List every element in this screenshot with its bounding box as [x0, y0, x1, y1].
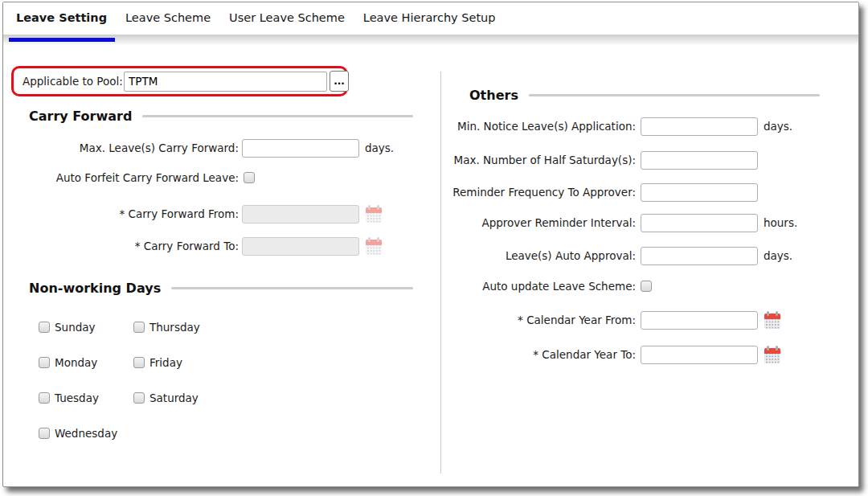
auto-forfeit-label: Auto Forfeit Carry Forward Leave:: [14, 171, 239, 184]
auto-forfeit-row: Auto Forfeit Carry Forward Leave:: [14, 168, 436, 187]
auto-update-label: Auto update Leave Scheme:: [447, 280, 636, 293]
applicable-to-pool-input[interactable]: [124, 72, 327, 92]
friday-label: Friday: [149, 356, 182, 369]
tab-leave-scheme[interactable]: Leave Scheme: [125, 11, 211, 35]
friday-checkbox[interactable]: [133, 357, 145, 368]
calendar-icon: [366, 205, 382, 223]
wednesday-label: Wednesday: [55, 427, 117, 440]
days-suffix: days.: [764, 249, 792, 262]
auto-approval-label: Leave(s) Auto Approval:: [447, 249, 636, 262]
reminder-frequency-label: Reminder Frequency To Approver:: [447, 186, 636, 199]
calendar-icon[interactable]: [764, 346, 780, 363]
section-rule: [142, 115, 413, 117]
carry-forward-from-input: [242, 205, 359, 223]
min-notice-input[interactable]: [641, 117, 758, 136]
day-item-tuesday: Tuesday: [39, 391, 133, 404]
tab-user-leave-scheme[interactable]: User Leave Scheme: [229, 11, 345, 35]
hours-suffix: hours.: [764, 216, 797, 229]
auto-forfeit-checkbox[interactable]: [244, 172, 255, 183]
non-working-days-grid: Sunday Thursday Monday Friday Tuesday Sa…: [39, 321, 254, 439]
others-title: Others: [469, 88, 518, 103]
calendar-year-to-row: * Calendar Year To:: [447, 345, 857, 364]
approver-interval-input[interactable]: [641, 214, 758, 232]
calendar-year-from-label: * Calendar Year From:: [447, 314, 636, 326]
auto-update-checkbox[interactable]: [641, 281, 652, 292]
column-divider: [440, 72, 441, 473]
approver-interval-label: Approver Reminder Interval:: [447, 216, 636, 229]
min-notice-row: Min. Notice Leave(s) Application: days.: [447, 117, 857, 136]
carry-forward-to-input: [242, 237, 359, 256]
thursday-label: Thursday: [149, 321, 200, 334]
max-carry-forward-label: Max. Leave(s) Carry Forward:: [14, 141, 239, 154]
days-suffix: days.: [764, 120, 792, 133]
day-item-thursday: Thursday: [133, 321, 254, 333]
tab-leave-hierarchy-setup[interactable]: Leave Hierarchy Setup: [363, 11, 496, 35]
carry-forward-from-label: * Carry Forward From:: [14, 207, 239, 220]
sunday-checkbox[interactable]: [39, 322, 50, 333]
day-item-wednesday: Wednesday: [39, 427, 133, 439]
half-saturday-input[interactable]: [641, 151, 758, 170]
days-suffix: days.: [365, 141, 394, 154]
max-carry-forward-input[interactable]: [242, 139, 359, 158]
pool-browse-button[interactable]: ...: [330, 71, 349, 92]
max-carry-forward-row: Max. Leave(s) Carry Forward: days.: [14, 138, 436, 158]
carry-forward-section-header: Carry Forward: [29, 106, 413, 125]
auto-update-row: Auto update Leave Scheme:: [447, 277, 857, 296]
applicable-to-pool-label: Applicable to Pool:: [23, 75, 124, 88]
day-item-friday: Friday: [133, 356, 254, 368]
half-saturday-row: Max. Number of Half Saturday(s):: [447, 150, 857, 170]
section-rule: [529, 94, 820, 96]
window: Leave Setting Leave Scheme User Leave Sc…: [2, 2, 859, 487]
day-item-saturday: Saturday: [133, 391, 254, 404]
section-rule: [171, 287, 413, 289]
min-notice-label: Min. Notice Leave(s) Application:: [447, 120, 636, 133]
calendar-year-to-label: * Calendar Year To:: [447, 348, 636, 361]
monday-checkbox[interactable]: [39, 357, 50, 368]
tab-bar: Leave Setting Leave Scheme User Leave Sc…: [3, 2, 858, 35]
reminder-frequency-input[interactable]: [641, 183, 758, 202]
day-item-monday: Monday: [39, 356, 133, 368]
calendar-year-to-input[interactable]: [641, 346, 758, 364]
carry-forward-to-label: * Carry Forward To:: [14, 240, 239, 252]
calendar-icon[interactable]: [764, 311, 780, 329]
auto-approval-input[interactable]: [641, 247, 758, 265]
tabbar-divider: [3, 35, 858, 45]
calendar-year-from-row: * Calendar Year From:: [447, 310, 857, 330]
tab-leave-setting[interactable]: Leave Setting: [16, 11, 107, 35]
day-item-sunday: Sunday: [39, 321, 133, 333]
monday-label: Monday: [55, 356, 97, 369]
non-working-days-section-header: Non-working Days: [29, 278, 413, 297]
auto-approval-row: Leave(s) Auto Approval: days.: [447, 246, 857, 265]
carry-forward-title: Carry Forward: [29, 109, 132, 124]
tuesday-checkbox[interactable]: [39, 392, 50, 404]
others-section-header: Others: [469, 85, 820, 105]
tuesday-label: Tuesday: [55, 391, 99, 404]
calendar-icon: [366, 237, 382, 255]
thursday-checkbox[interactable]: [133, 322, 145, 333]
half-saturday-label: Max. Number of Half Saturday(s):: [447, 154, 636, 166]
annotation-highlight-box: Applicable to Pool: ...: [11, 66, 348, 96]
calendar-year-from-input[interactable]: [641, 311, 758, 330]
wednesday-checkbox[interactable]: [39, 428, 50, 439]
carry-forward-to-row: * Carry Forward To:: [14, 236, 436, 256]
reminder-frequency-row: Reminder Frequency To Approver:: [447, 182, 857, 202]
saturday-checkbox[interactable]: [133, 392, 145, 404]
approver-interval-row: Approver Reminder Interval: hours.: [447, 213, 857, 232]
saturday-label: Saturday: [149, 391, 199, 404]
non-working-days-title: Non-working Days: [29, 281, 161, 296]
carry-forward-from-row: * Carry Forward From:: [14, 204, 436, 223]
sunday-label: Sunday: [55, 321, 96, 334]
